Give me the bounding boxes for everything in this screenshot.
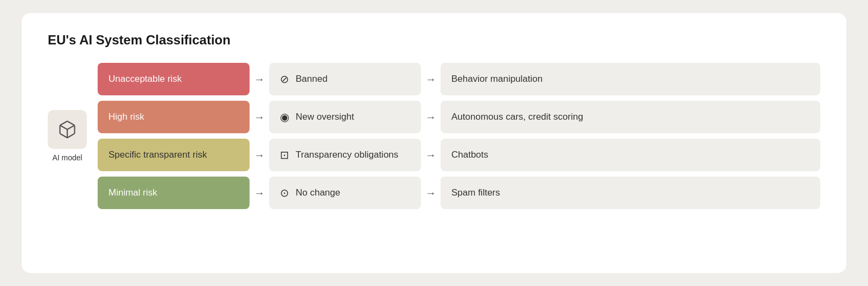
risk-minimal: Minimal risk	[98, 177, 250, 209]
risk-unacceptable: Unacceptable risk	[98, 63, 250, 95]
example-chatbots: Chatbots	[441, 139, 820, 171]
risk-specific: Specific transparent risk	[98, 139, 250, 171]
banned-icon: ⊘	[280, 73, 289, 86]
main-card: EU's AI System Classification AI model U…	[22, 13, 846, 273]
reg-transparency: ⊡ Transparency obligations	[269, 139, 421, 171]
arrow-1-2: →	[254, 139, 265, 171]
risk-column: Unacceptable risk High risk Specific tra…	[98, 63, 250, 209]
transparency-icon: ⊡	[280, 148, 289, 161]
reg-no-change: ⊙ No change	[269, 177, 421, 209]
no-change-icon: ⊙	[280, 186, 289, 199]
reg-new-oversight: ◉ New oversight	[269, 101, 421, 133]
arrows-2: → → → →	[421, 63, 441, 209]
example-cars: Autonomous cars, credit scoring	[441, 101, 820, 133]
example-spam: Spam filters	[441, 177, 820, 209]
arrow-2-1: →	[425, 101, 436, 133]
arrows-1: → → → →	[250, 63, 269, 209]
risk-high: High risk	[98, 101, 250, 133]
arrow-1-0: →	[254, 63, 265, 95]
ai-model-icon	[48, 110, 87, 149]
arrow-2-2: →	[425, 139, 436, 171]
reg-banned: ⊘ Banned	[269, 63, 421, 95]
arrow-2-3: →	[425, 177, 436, 209]
arrow-1-3: →	[254, 177, 265, 209]
oversight-icon: ◉	[280, 110, 289, 123]
arrow-1-1: →	[254, 101, 265, 133]
cube-svg	[58, 120, 77, 139]
diagram: AI model Unacceptable risk High risk Spe…	[48, 63, 820, 209]
regulation-column: ⊘ Banned ◉ New oversight ⊡ Transparency …	[269, 63, 421, 209]
page-title: EU's AI System Classification	[48, 32, 820, 48]
ai-model-block: AI model	[48, 110, 87, 162]
ai-model-label: AI model	[52, 153, 82, 162]
example-column: Behavior manipulation Autonomous cars, c…	[441, 63, 820, 209]
example-behavior: Behavior manipulation	[441, 63, 820, 95]
arrow-2-0: →	[425, 63, 436, 95]
